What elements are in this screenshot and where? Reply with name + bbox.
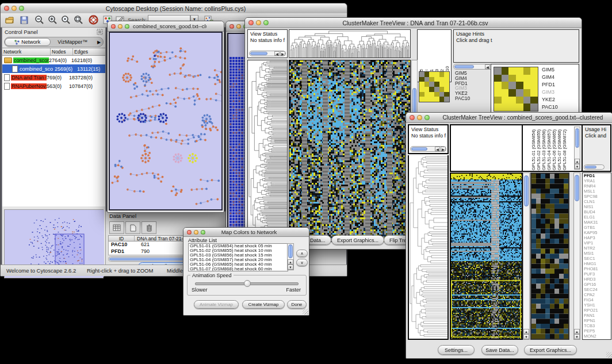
tv2-column-tree-area [450,124,523,172]
animation-speed-slider[interactable] [195,282,299,285]
tv2-col-labels-vscrollbar[interactable]: ▲ ▼ [574,127,580,170]
zoom-button[interactable] [201,230,205,235]
move-up-button[interactable]: ∧ [296,250,308,257]
tv1-global-heatmap[interactable] [289,60,411,242]
network-row-icon [12,66,18,72]
zoom-selected-icon[interactable] [60,14,71,25]
tv2-gene-label: SPC98 [584,194,611,199]
network-titlebar[interactable]: combined_scores_good.txt--cluste... [108,21,224,32]
network-list-row[interactable]: RNAPuberNov2+! 563(0) 107847(0) [2,82,105,90]
status-middle-hint: Middle- [167,267,185,274]
minimize-button[interactable] [12,6,17,11]
minimize-button[interactable] [118,24,123,29]
network-tab-icon [14,40,20,45]
tv2-gene-label: ELG1 [584,214,611,220]
tv1-column-dendrogram[interactable] [289,29,411,58]
treeview1-titlebar[interactable]: ClusterMaker TreeView : DNA and Tran 07-… [245,18,582,28]
zoom-button[interactable] [263,20,269,25]
help-lifebuoy-icon[interactable] [88,14,99,25]
control-panel: Control Panel Network VizMapper™ ▶ Netwo… [2,27,106,265]
tv1-status-hscrollbar[interactable]: ◀ ▶ [249,51,286,56]
slider-thumb[interactable] [244,280,251,287]
tv2-col-label: GPL51-03 (GSM856) [541,129,546,170]
animate-vizmap-button[interactable]: Animate Vizmap [194,300,239,309]
tv1-zoom-hscrollbar[interactable]: ◀ ▶ [453,64,496,70]
network-row-icon [4,74,10,81]
delete-attribute-button[interactable] [141,221,156,234]
main-titlebar[interactable]: Cytoscape Desktop (Session Name: collins… [1,3,347,14]
attribute-list-vscrollbar[interactable]: ▲ ▼ [287,243,294,270]
table-grid-icon [113,224,121,231]
new-page-icon [130,224,136,232]
tv2-vscrollbar[interactable]: ▲ ▼ [523,173,530,340]
zoom-button[interactable] [424,115,430,120]
tv2-usage-hints-text: Click and [583,133,610,139]
close-button[interactable] [4,6,9,11]
tv1-zoom-matrix[interactable] [419,71,450,102]
tv1-view-status-text: No status info f [248,37,287,44]
zoom-out-icon[interactable] [34,14,45,25]
close-button[interactable] [111,24,116,29]
window-controls [1,6,28,11]
zoom-button[interactable] [19,6,24,11]
tab-vizmapper[interactable]: VizMapper™ [51,39,95,45]
tv1-export-graphics-button[interactable]: Export Graphics... [331,235,384,245]
tv1-zoom-matrix-2[interactable] [494,67,538,112]
tv2-export-graphics-button[interactable]: Export Graphics... [524,345,577,355]
slower-label: Slower [192,287,208,293]
minimize-button[interactable] [256,20,261,25]
dialog-title: Map Colors to Network [209,229,289,235]
minimize-button[interactable] [236,24,241,29]
close-button[interactable] [248,20,254,25]
tv2-status-hscrollbar[interactable]: ◀ ▶ [410,146,446,152]
treeview1-title: ClusterMaker TreeView : DNA and Tran 07-… [272,20,559,26]
network-list-row[interactable]: DNA and Tran 07 769(0) 183728(0) [2,73,105,82]
close-button[interactable] [187,230,192,235]
zoom-in-icon[interactable] [47,14,58,25]
tv2-col-label: GPL51-06 (GSM865) [552,129,557,170]
done-button[interactable]: Done [287,300,307,309]
move-down-button[interactable]: ∨ [296,259,308,266]
attribute-select-button[interactable] [109,221,124,234]
tv2-col-label: GPL51-02 (GSM855) [536,129,541,170]
tab-overflow-arrow[interactable]: ▶ [95,40,103,45]
zoom-fit-icon[interactable] [73,14,84,25]
dialog-titlebar[interactable]: Map Colors to Network [183,228,309,237]
save-icon[interactable] [18,14,29,25]
create-attribute-button[interactable] [125,221,140,234]
tv2-gene-label: TCB3 [584,323,611,328]
map-colors-dialog: Map Colors to Network Attribute List GPL… [183,227,309,316]
tv2-resize-grip[interactable] [606,352,612,358]
tv1-usage-hints-panel: Usage Hints Click and drag t [453,29,579,63]
tv2-view-status-title: View Status [409,125,447,133]
tv2-global-heatmap[interactable] [450,173,523,340]
network-list-row[interactable]: combined_scores_ 2764(0) 16218(0) [2,56,105,64]
tv1-row-dendrogram[interactable] [247,60,288,242]
dialog-resize-grip[interactable] [303,309,308,315]
zoom-button[interactable] [125,24,129,29]
attribute-list-item[interactable]: GPL51-07 (GSM868) heat shock 60 min [189,267,288,271]
tv2-zoom-heatmap[interactable] [530,173,569,340]
tv2-usage-hscrollbar[interactable] [584,164,605,170]
tv1-zoom-row-label: YKE2 [542,96,576,104]
network-canvas[interactable] [109,32,223,210]
create-vizmap-button[interactable]: Create Vizmap [242,300,285,309]
open-file-icon[interactable] [4,14,15,25]
tab-network[interactable]: Network [5,38,51,46]
minimize-button[interactable] [194,230,198,235]
tv2-col-label: GPL51-04 (GSM857) [546,129,552,170]
tv2-gene-label: RNR4 [584,183,611,189]
tv2-save-data-button[interactable]: Save Data... [481,345,518,355]
network-list-row[interactable]: combined_sco 2569(6) 13112(15) [2,64,105,73]
float-panel-icon[interactable] [97,29,103,35]
network-table-header: Network Nodes Edges [2,48,105,56]
tv2-zoom-vscrollbar[interactable]: ▲ ▼ [573,173,580,340]
close-button[interactable] [410,115,415,120]
attribute-list[interactable]: GPL51-01 (GSM854) heat shock 05 minGPL51… [188,243,288,271]
close-button[interactable] [230,24,234,29]
treeview2-titlebar[interactable]: ClusterMaker TreeView : combined_scores_… [406,113,612,123]
tv2-settings-button[interactable]: Settings... [438,345,475,355]
tv2-gene-label: MAK31 [584,220,611,225]
minimize-button[interactable] [417,115,422,120]
tv2-row-dendrogram[interactable] [408,155,449,340]
